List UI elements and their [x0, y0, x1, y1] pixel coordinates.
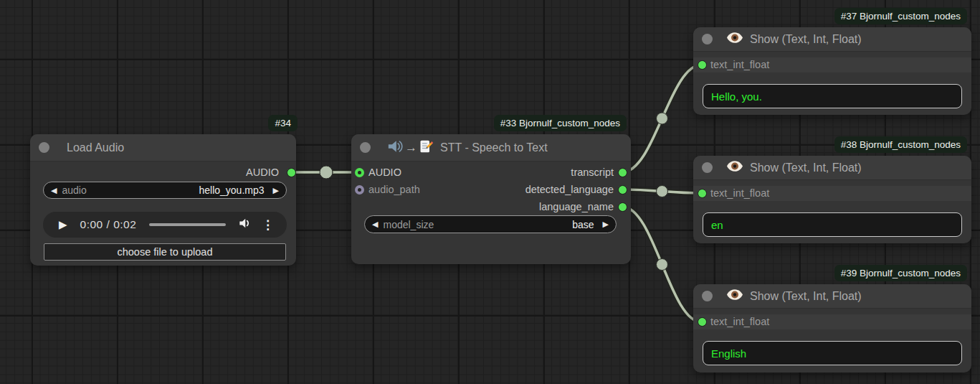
node-show-language[interactable]: #38 Bjornulf_custom_nodes Show (Text, In… [693, 156, 971, 243]
output-label-detected-language: detected_language [525, 182, 614, 197]
combo-prev-icon[interactable]: ◀ [372, 220, 378, 229]
combo-prev-icon[interactable]: ◀ [51, 186, 57, 195]
node-show-transcript[interactable]: #37 Bjornulf_custom_nodes Show (Text, In… [693, 27, 971, 115]
collapse-dot[interactable] [360, 142, 371, 153]
output-label-transcript: transcript [571, 165, 614, 179]
collapse-dot[interactable] [702, 291, 713, 301]
combo-next-icon[interactable]: ▶ [603, 220, 609, 229]
node-graph-canvas[interactable]: #34 Load Audio AUDIO ◀ audio hello_you.m… [0, 0, 980, 384]
input-label-audio-path: audio_path [368, 182, 420, 197]
node-title-bar[interactable]: → STT - Speech to Text [351, 134, 631, 161]
node-title-bar[interactable]: Show (Text, Int, Float) [693, 284, 971, 309]
wire-midpoint-dot[interactable] [320, 166, 333, 179]
wire-midpoint-dot[interactable] [657, 186, 668, 197]
eye-icon [727, 161, 743, 174]
node-badge: #37 Bjornulf_custom_nodes [834, 8, 967, 24]
node-badge: #34 [268, 115, 298, 131]
collapse-dot[interactable] [702, 34, 713, 45]
combo-label: audio [62, 184, 199, 196]
model-size-combo[interactable]: ◀ model_size base ▶ [364, 215, 617, 233]
node-title: STT - Speech to Text [440, 141, 548, 154]
node-show-language-name[interactable]: #39 Bjornulf_custom_nodes Show (Text, In… [693, 284, 971, 373]
output-slot-detected-language[interactable] [618, 185, 627, 195]
node-title: Show (Text, Int, Float) [750, 33, 862, 46]
player-progress-bar[interactable] [149, 223, 226, 227]
input-slot-audio-path[interactable] [355, 185, 364, 195]
arrow-right-icon: → [405, 141, 417, 155]
audio-file-combo[interactable]: ◀ audio hello_you.mp3 ▶ [43, 182, 287, 199]
collapse-dot[interactable] [702, 162, 713, 173]
input-label-text-int-float: text_int_float [710, 57, 769, 72]
node-title: Show (Text, Int, Float) [750, 161, 862, 174]
node-badge: #39 Bjornulf_custom_nodes [834, 265, 967, 281]
eye-icon [727, 289, 743, 303]
player-time: 0:00 / 0:02 [80, 218, 137, 231]
kebab-menu-icon[interactable]: ⋮ [262, 217, 274, 233]
node-stt[interactable]: #33 Bjornulf_custom_nodes → [351, 134, 631, 264]
wire-midpoint-dot[interactable] [657, 113, 668, 124]
output-slot-language-name[interactable] [618, 202, 627, 212]
wire-midpoint-dot[interactable] [657, 259, 668, 271]
output-slot-audio[interactable] [287, 168, 296, 177]
node-load-audio[interactable]: #34 Load Audio AUDIO ◀ audio hello_you.m… [30, 134, 296, 266]
play-icon[interactable]: ▶ [59, 218, 67, 231]
node-badge: #33 Bjornulf_custom_nodes [494, 115, 627, 131]
value-textbox[interactable]: en [703, 212, 962, 237]
input-label-audio: AUDIO [368, 165, 401, 179]
node-title: Load Audio [67, 141, 124, 154]
input-slot-text-int-float[interactable] [698, 317, 707, 327]
input-slot-text-int-float[interactable] [698, 189, 707, 198]
audio-player[interactable]: ▶ 0:00 / 0:02 ⋮ [43, 212, 287, 238]
node-badge: #38 Bjornulf_custom_nodes [834, 136, 967, 153]
node-title-bar[interactable]: Load Audio [30, 134, 296, 161]
collapse-dot[interactable] [39, 142, 49, 153]
value-textbox[interactable]: English [703, 341, 962, 365]
output-slot-transcript[interactable] [618, 168, 627, 177]
output-label-language-name: language_name [539, 200, 614, 214]
choose-file-button[interactable]: choose file to upload [44, 243, 286, 261]
node-title-bar[interactable]: Show (Text, Int, Float) [693, 156, 971, 180]
input-label-text-int-float: text_int_float [710, 314, 769, 329]
combo-value: hello_you.mp3 [199, 184, 264, 196]
input-label-text-int-float: text_int_float [710, 186, 769, 200]
memo-icon [419, 139, 433, 156]
node-title: Show (Text, Int, Float) [750, 290, 862, 303]
combo-label: model_size [383, 219, 572, 230]
output-label-audio: AUDIO [246, 165, 279, 179]
input-slot-audio[interactable] [355, 168, 364, 177]
volume-icon[interactable] [237, 216, 252, 233]
combo-value: base [572, 219, 594, 230]
combo-next-icon[interactable]: ▶ [273, 186, 279, 195]
node-title-bar[interactable]: Show (Text, Int, Float) [693, 27, 971, 52]
loudspeaker-icon [386, 139, 404, 157]
eye-icon [727, 32, 743, 46]
input-slot-text-int-float[interactable] [698, 60, 707, 70]
value-textbox[interactable]: Hello, you. [703, 84, 962, 108]
